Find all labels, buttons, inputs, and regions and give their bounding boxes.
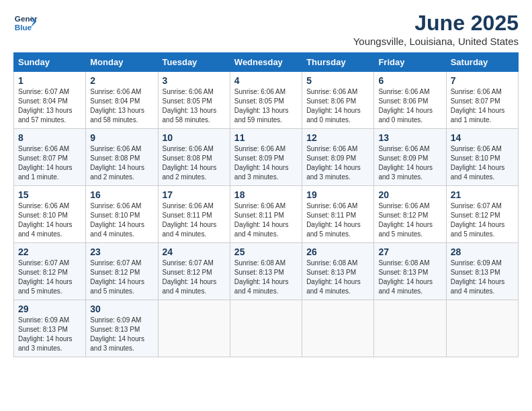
- calendar-cell: [158, 300, 230, 357]
- day-info: Sunrise: 6:06 AM Sunset: 8:06 PM Dayligh…: [306, 87, 369, 125]
- calendar-cell: 1Sunrise: 6:07 AM Sunset: 8:04 PM Daylig…: [14, 72, 86, 129]
- calendar-cell: 12Sunrise: 6:06 AM Sunset: 8:09 PM Dayli…: [302, 129, 374, 186]
- day-number: 6: [378, 75, 441, 86]
- day-number: 29: [18, 304, 81, 314]
- day-info: Sunrise: 6:06 AM Sunset: 8:10 PM Dayligh…: [90, 201, 153, 239]
- calendar-cell: 17Sunrise: 6:06 AM Sunset: 8:11 PM Dayli…: [158, 186, 230, 243]
- day-number: 21: [451, 189, 514, 200]
- calendar-cell: 6Sunrise: 6:06 AM Sunset: 8:06 PM Daylig…: [374, 72, 446, 129]
- day-number: 15: [18, 189, 81, 200]
- day-number: 5: [306, 75, 369, 86]
- calendar-cell: 18Sunrise: 6:06 AM Sunset: 8:11 PM Dayli…: [230, 186, 302, 243]
- calendar-cell: 21Sunrise: 6:07 AM Sunset: 8:12 PM Dayli…: [446, 186, 518, 243]
- weekday-header-friday: Friday: [374, 53, 446, 72]
- day-number: 14: [451, 132, 514, 143]
- calendar-cell: 22Sunrise: 6:07 AM Sunset: 8:12 PM Dayli…: [14, 243, 86, 300]
- day-info: Sunrise: 6:06 AM Sunset: 8:07 PM Dayligh…: [18, 144, 81, 182]
- day-info: Sunrise: 6:06 AM Sunset: 8:12 PM Dayligh…: [378, 201, 441, 239]
- month-title: June 2025: [353, 11, 519, 36]
- title-block: June 2025 Youngsville, Louisiana, United…: [353, 11, 519, 47]
- calendar-cell: 30Sunrise: 6:09 AM Sunset: 8:13 PM Dayli…: [86, 300, 158, 357]
- day-info: Sunrise: 6:07 AM Sunset: 8:04 PM Dayligh…: [18, 87, 81, 125]
- day-info: Sunrise: 6:06 AM Sunset: 8:05 PM Dayligh…: [163, 87, 226, 125]
- calendar-cell: 7Sunrise: 6:06 AM Sunset: 8:07 PM Daylig…: [446, 72, 518, 129]
- day-info: Sunrise: 6:07 AM Sunset: 8:12 PM Dayligh…: [451, 201, 514, 239]
- calendar-cell: 29Sunrise: 6:09 AM Sunset: 8:13 PM Dayli…: [14, 300, 86, 357]
- calendar-cell: 14Sunrise: 6:06 AM Sunset: 8:10 PM Dayli…: [446, 129, 518, 186]
- calendar-cell: 4Sunrise: 6:06 AM Sunset: 8:05 PM Daylig…: [230, 72, 302, 129]
- calendar-cell: 19Sunrise: 6:06 AM Sunset: 8:11 PM Dayli…: [302, 186, 374, 243]
- day-info: Sunrise: 6:06 AM Sunset: 8:08 PM Dayligh…: [90, 144, 153, 182]
- day-number: 28: [451, 246, 514, 257]
- weekday-header-wednesday: Wednesday: [230, 53, 302, 72]
- location-title: Youngsville, Louisiana, United States: [353, 36, 519, 47]
- day-number: 9: [90, 132, 153, 143]
- calendar-cell: 13Sunrise: 6:06 AM Sunset: 8:09 PM Dayli…: [374, 129, 446, 186]
- day-number: 27: [378, 246, 441, 257]
- calendar-cell: [302, 300, 374, 357]
- day-info: Sunrise: 6:06 AM Sunset: 8:05 PM Dayligh…: [234, 87, 298, 125]
- day-info: Sunrise: 6:06 AM Sunset: 8:11 PM Dayligh…: [234, 201, 298, 239]
- day-info: Sunrise: 6:08 AM Sunset: 8:13 PM Dayligh…: [234, 259, 298, 296]
- logo: General Blue: [13, 11, 38, 35]
- day-info: Sunrise: 6:09 AM Sunset: 8:13 PM Dayligh…: [90, 316, 153, 353]
- calendar-cell: 10Sunrise: 6:06 AM Sunset: 8:08 PM Dayli…: [158, 129, 230, 186]
- day-number: 30: [90, 304, 153, 314]
- weekday-header-tuesday: Tuesday: [158, 53, 230, 72]
- day-number: 2: [90, 75, 153, 86]
- calendar-cell: 8Sunrise: 6:06 AM Sunset: 8:07 PM Daylig…: [14, 129, 86, 186]
- calendar-cell: 15Sunrise: 6:06 AM Sunset: 8:10 PM Dayli…: [14, 186, 86, 243]
- calendar-cell: [446, 300, 518, 357]
- day-info: Sunrise: 6:08 AM Sunset: 8:13 PM Dayligh…: [378, 259, 441, 296]
- day-number: 18: [234, 189, 298, 200]
- day-info: Sunrise: 6:07 AM Sunset: 8:12 PM Dayligh…: [90, 259, 153, 296]
- calendar-cell: 26Sunrise: 6:08 AM Sunset: 8:13 PM Dayli…: [302, 243, 374, 300]
- day-info: Sunrise: 6:08 AM Sunset: 8:13 PM Dayligh…: [306, 259, 369, 296]
- day-number: 17: [163, 189, 226, 200]
- weekday-header-monday: Monday: [86, 53, 158, 72]
- weekday-header-sunday: Sunday: [14, 53, 86, 72]
- day-number: 11: [234, 132, 298, 143]
- day-number: 22: [18, 246, 81, 257]
- day-number: 20: [378, 189, 441, 200]
- day-number: 24: [163, 246, 226, 257]
- day-number: 4: [234, 75, 298, 86]
- day-number: 1: [18, 75, 81, 86]
- calendar-cell: [374, 300, 446, 357]
- calendar-cell: 2Sunrise: 6:06 AM Sunset: 8:04 PM Daylig…: [86, 72, 158, 129]
- day-info: Sunrise: 6:06 AM Sunset: 8:04 PM Dayligh…: [90, 87, 153, 125]
- calendar-cell: [230, 300, 302, 357]
- day-info: Sunrise: 6:06 AM Sunset: 8:10 PM Dayligh…: [451, 144, 514, 182]
- day-number: 26: [306, 246, 369, 257]
- svg-text:Blue: Blue: [15, 23, 32, 32]
- calendar-table: SundayMondayTuesdayWednesdayThursdayFrid…: [13, 52, 519, 357]
- weekday-header-saturday: Saturday: [446, 53, 518, 72]
- calendar-cell: 9Sunrise: 6:06 AM Sunset: 8:08 PM Daylig…: [86, 129, 158, 186]
- day-number: 10: [163, 132, 226, 143]
- day-info: Sunrise: 6:06 AM Sunset: 8:11 PM Dayligh…: [163, 201, 226, 239]
- calendar-cell: 24Sunrise: 6:07 AM Sunset: 8:12 PM Dayli…: [158, 243, 230, 300]
- day-info: Sunrise: 6:07 AM Sunset: 8:12 PM Dayligh…: [18, 259, 81, 296]
- day-info: Sunrise: 6:06 AM Sunset: 8:09 PM Dayligh…: [306, 144, 369, 182]
- day-info: Sunrise: 6:06 AM Sunset: 8:09 PM Dayligh…: [234, 144, 298, 182]
- day-info: Sunrise: 6:09 AM Sunset: 8:13 PM Dayligh…: [451, 259, 514, 296]
- day-number: 25: [234, 246, 298, 257]
- day-number: 23: [90, 246, 153, 257]
- day-info: Sunrise: 6:06 AM Sunset: 8:06 PM Dayligh…: [378, 87, 441, 125]
- calendar-cell: 5Sunrise: 6:06 AM Sunset: 8:06 PM Daylig…: [302, 72, 374, 129]
- day-number: 8: [18, 132, 81, 143]
- day-number: 12: [306, 132, 369, 143]
- calendar-body: 1Sunrise: 6:07 AM Sunset: 8:04 PM Daylig…: [14, 72, 519, 357]
- calendar-cell: 20Sunrise: 6:06 AM Sunset: 8:12 PM Dayli…: [374, 186, 446, 243]
- calendar-cell: 3Sunrise: 6:06 AM Sunset: 8:05 PM Daylig…: [158, 72, 230, 129]
- day-info: Sunrise: 6:07 AM Sunset: 8:12 PM Dayligh…: [163, 259, 226, 296]
- day-number: 3: [163, 75, 226, 86]
- calendar-header-row: SundayMondayTuesdayWednesdayThursdayFrid…: [14, 53, 519, 72]
- page-header: General Blue June 2025 Youngsville, Loui…: [13, 11, 519, 47]
- day-number: 7: [451, 75, 514, 86]
- weekday-header-thursday: Thursday: [302, 53, 374, 72]
- day-number: 16: [90, 189, 153, 200]
- day-info: Sunrise: 6:09 AM Sunset: 8:13 PM Dayligh…: [18, 316, 81, 353]
- day-info: Sunrise: 6:06 AM Sunset: 8:09 PM Dayligh…: [378, 144, 441, 182]
- calendar-cell: 23Sunrise: 6:07 AM Sunset: 8:12 PM Dayli…: [86, 243, 158, 300]
